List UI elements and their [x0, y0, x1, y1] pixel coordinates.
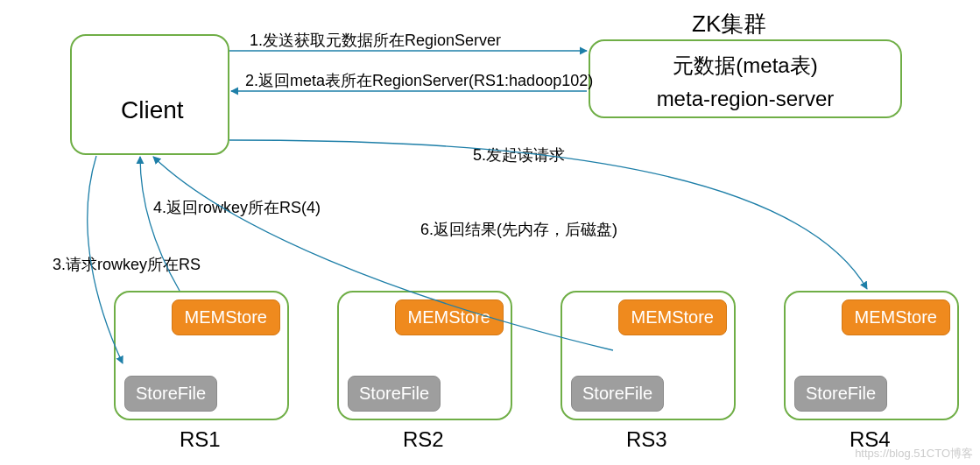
arrow1-label: 1.发送获取元数据所在RegionServer — [250, 30, 501, 51]
rs3-title: RS3 — [626, 427, 667, 452]
client-label: Client — [121, 96, 184, 124]
zk-line2: meta-region-server — [590, 87, 900, 111]
rs4-storefile: StoreFile — [794, 376, 887, 412]
rs1-storefile: StoreFile — [124, 376, 217, 412]
zk-line1: 元数据(meta表) — [590, 52, 900, 80]
rs4-memstore: MEMStore — [842, 299, 950, 335]
rs1-title: RS1 — [180, 427, 221, 452]
watermark: https://blog.51CTO博客 — [855, 446, 973, 461]
rs3-box: MEMStore StoreFile — [561, 291, 736, 420]
client-box — [70, 34, 229, 155]
rs2-box: MEMStore StoreFile — [337, 291, 512, 420]
arrow4-label: 4.返回rowkey所在RS(4) — [153, 197, 321, 218]
zk-title: ZK集群 — [692, 9, 766, 39]
rs1-memstore: MEMStore — [172, 299, 280, 335]
rs1-box: MEMStore StoreFile — [114, 291, 289, 420]
arrow3-label: 3.请求rowkey所在RS — [53, 254, 201, 275]
arrow5-label: 5.发起读请求 — [473, 144, 565, 166]
rs3-storefile: StoreFile — [571, 376, 664, 412]
arrow2-label: 2.返回meta表所在RegionServer(RS1:hadoop102) — [245, 70, 593, 91]
rs2-storefile: StoreFile — [348, 376, 441, 412]
rs2-title: RS2 — [403, 427, 444, 452]
arrow6-label: 6.返回结果(先内存，后磁盘) — [420, 219, 617, 240]
rs4-box: MEMStore StoreFile — [784, 291, 959, 420]
rs3-memstore: MEMStore — [618, 299, 727, 335]
rs2-memstore: MEMStore — [395, 299, 504, 335]
zk-box: 元数据(meta表) meta-region-server — [589, 39, 902, 118]
